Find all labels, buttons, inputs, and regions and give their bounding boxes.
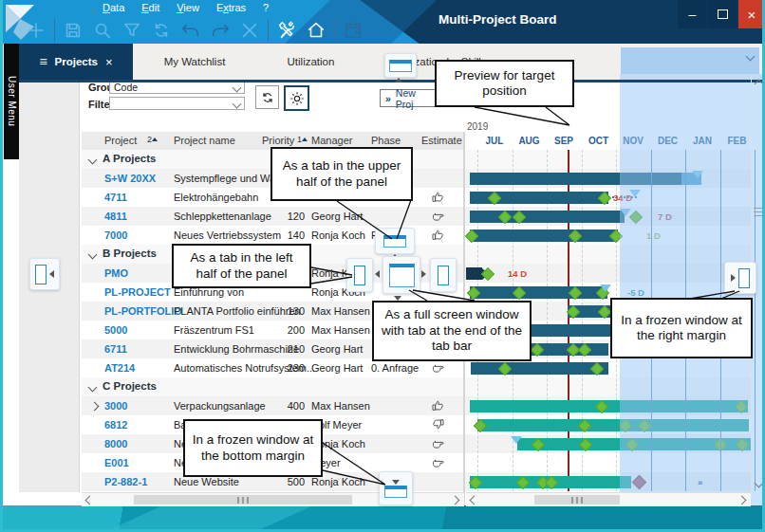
tab-projects[interactable]: ≡Projects× xyxy=(19,44,133,80)
project-code-link[interactable]: 3000 xyxy=(104,400,127,412)
scrollbar-thumb[interactable] xyxy=(134,495,352,504)
new-project-button[interactable]: » New Proj xyxy=(380,89,438,107)
chevron-down-icon[interactable] xyxy=(88,383,98,393)
redo-button[interactable] xyxy=(209,19,232,42)
scroll-down-icon[interactable] xyxy=(755,479,764,488)
settings-button[interactable] xyxy=(284,85,309,111)
dock-arrow-down-icon xyxy=(392,480,400,485)
estimate-thumb-up-icon[interactable] xyxy=(431,190,445,206)
project-code-link[interactable]: 4711 xyxy=(104,192,127,203)
home-icon xyxy=(306,20,327,41)
home-button[interactable] xyxy=(305,19,327,42)
undo-button[interactable] xyxy=(179,19,202,42)
scrollbar-grip-icon[interactable] xyxy=(754,207,762,216)
gantt-bar[interactable] xyxy=(470,211,625,223)
tab-label: Projects xyxy=(55,56,98,67)
menu-item-data[interactable]: Data xyxy=(103,2,124,17)
dock-target-frozen-left[interactable] xyxy=(29,258,60,290)
tools-button[interactable] xyxy=(275,19,298,42)
chevron-down-icon[interactable] xyxy=(746,52,756,62)
calendar-icon xyxy=(343,20,364,41)
menu-item-edit[interactable]: Edit xyxy=(141,2,159,17)
save-button[interactable] xyxy=(62,19,84,42)
column-header-project[interactable]: Project xyxy=(104,135,137,146)
menu-item-view[interactable]: View xyxy=(177,2,199,17)
tab-close-icon[interactable]: × xyxy=(105,55,113,69)
expand-icon[interactable] xyxy=(90,402,100,412)
filter-button[interactable] xyxy=(121,19,143,42)
gantt-bar[interactable] xyxy=(471,362,608,375)
filter-select[interactable] xyxy=(109,97,245,110)
phase-cell: 0. Anfrage xyxy=(371,362,419,374)
callout-preview-target: Preview for target position xyxy=(435,60,574,107)
manager-cell: Georg Hart xyxy=(311,362,363,374)
estimate-thumb-up-icon[interactable] xyxy=(431,398,445,414)
toolbar-separator xyxy=(268,19,269,42)
search-icon xyxy=(92,20,113,41)
maximize-button[interactable] xyxy=(708,0,737,28)
group-by-select[interactable]: Code xyxy=(109,81,245,94)
menu-item-?[interactable]: ? xyxy=(263,2,269,17)
scroll-right-icon[interactable] xyxy=(451,496,460,505)
gantt-bar[interactable] xyxy=(470,229,618,242)
gantt-bar[interactable] xyxy=(470,286,607,299)
priority-cell: 500 xyxy=(243,476,305,487)
scrollbar-thumb[interactable] xyxy=(534,495,620,504)
scroll-left-icon[interactable] xyxy=(85,496,95,505)
project-code-link[interactable]: 6812 xyxy=(104,419,127,431)
add-button[interactable] xyxy=(25,19,47,42)
dock-target-fullscreen[interactable] xyxy=(382,256,420,294)
project-code-link[interactable]: AT214 xyxy=(104,362,135,374)
estimate-point-icon[interactable] xyxy=(431,436,445,452)
search-button[interactable] xyxy=(91,19,114,42)
project-code-link[interactable]: 5000 xyxy=(104,324,127,336)
user-menu-tab[interactable]: User Menu xyxy=(4,44,19,159)
column-header-priority[interactable]: Priority xyxy=(262,135,294,146)
dock-target-right-tab[interactable] xyxy=(430,258,457,292)
scroll-left-icon[interactable] xyxy=(470,496,479,505)
estimate-thumb-down-icon[interactable] xyxy=(431,417,445,433)
tools-icon xyxy=(276,20,297,41)
column-header-project-name[interactable]: Project name xyxy=(174,135,235,146)
gantt-hscrollbar[interactable] xyxy=(466,492,751,506)
tab-my-watchlist[interactable]: My Watchlist xyxy=(133,44,256,80)
estimate-thumb-up-icon[interactable] xyxy=(431,228,445,244)
project-code-link[interactable]: PL-PORTFOLIO xyxy=(104,305,182,317)
month-label: SEP xyxy=(547,136,581,146)
dock-target-frozen-right[interactable] xyxy=(724,262,756,294)
estimate-point-icon[interactable] xyxy=(431,360,445,376)
chevron-down-icon[interactable] xyxy=(88,250,98,260)
manager-cell: Max Hansen xyxy=(311,324,370,336)
project-code-link[interactable]: 4811 xyxy=(104,211,127,222)
column-header-estimate[interactable]: Estimate xyxy=(421,135,462,146)
calendar-button[interactable] xyxy=(342,19,364,42)
scroll-up-icon[interactable] xyxy=(755,80,764,89)
estimate-point-icon[interactable] xyxy=(431,455,445,471)
chevron-down-icon[interactable] xyxy=(88,156,98,165)
menu-item-extras[interactable]: Extras xyxy=(216,2,246,17)
project-code-link[interactable]: E001 xyxy=(104,457,129,468)
refresh-button[interactable] xyxy=(150,19,173,42)
tab-utilization[interactable]: Utilization xyxy=(256,44,365,80)
column-header-phase[interactable]: Phase xyxy=(371,135,401,146)
project-code-link[interactable]: 6711 xyxy=(104,343,127,355)
dock-target-frozen-bottom[interactable] xyxy=(379,471,413,505)
dock-target-left-tab[interactable] xyxy=(346,258,373,292)
delete-button[interactable] xyxy=(238,19,261,42)
project-code-link[interactable]: S+W 20XX xyxy=(104,173,156,184)
reload-layout-button[interactable] xyxy=(255,85,279,109)
scroll-right-icon[interactable] xyxy=(737,496,747,505)
minimize-button[interactable]: – xyxy=(678,0,707,28)
dock-target-tab-bar[interactable] xyxy=(384,53,417,78)
callout-fullscreen-tab: As a full screen window with tab at the … xyxy=(372,301,532,361)
project-code-link[interactable]: PMO xyxy=(104,267,128,279)
project-code-link[interactable]: 7000 xyxy=(104,229,127,241)
manager-cell: Georg Hart xyxy=(311,211,363,222)
close-button[interactable]: × xyxy=(738,0,765,28)
project-code-link[interactable]: P2-882-1 xyxy=(104,476,147,487)
estimate-point-icon[interactable] xyxy=(431,209,445,225)
dock-target-upper-tab[interactable] xyxy=(375,228,415,254)
project-code-link[interactable]: PL-PROJECT xyxy=(104,286,171,298)
project-code-link[interactable]: 8000 xyxy=(104,438,127,449)
column-header-manager[interactable]: Manager xyxy=(311,135,352,146)
